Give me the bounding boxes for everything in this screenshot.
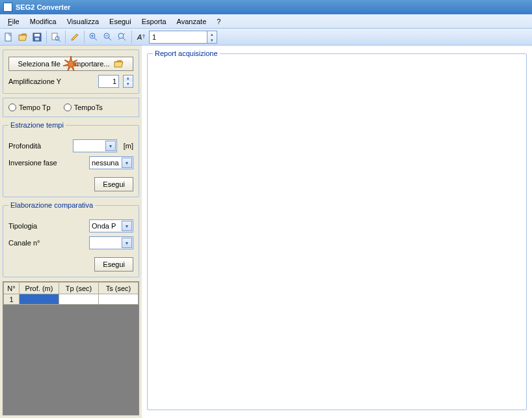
right-panel: Report acquisizione [142, 46, 532, 418]
col-prof[interactable]: Prof. (m) [20, 283, 59, 294]
tempo-radios: Tempo Tp TempoTs [3, 98, 139, 117]
tipologia-label: Tipologia [8, 222, 85, 230]
toolbar-number-input[interactable] [149, 31, 207, 44]
amplification-stepper[interactable]: ▴▾ [123, 75, 133, 88]
toolbar: A ▴▾ [0, 29, 532, 46]
left-panel: Seleziona file importare... Amplificazio… [0, 46, 142, 418]
menu-avanzate[interactable]: Avanzate [172, 16, 212, 27]
elaborazione-esegui-button[interactable]: Esegui [94, 257, 133, 272]
profondita-unit: [m] [124, 142, 133, 150]
radio-tempo-tp[interactable]: Tempo Tp [8, 104, 51, 111]
menu-bar: File Modifica Visualizza Esegui Esporta … [0, 14, 532, 29]
save-icon[interactable] [31, 31, 44, 44]
inversione-label: Inversione fase [8, 159, 85, 167]
window-title: SEG2 Converter [16, 3, 70, 11]
svg-point-8 [118, 33, 124, 38]
search-icon[interactable] [49, 31, 62, 44]
menu-esporta[interactable]: Esporta [137, 16, 172, 27]
table-row[interactable]: 1 [4, 294, 139, 305]
svg-rect-0 [5, 33, 11, 41]
window-titlebar: SEG2 Converter [0, 0, 532, 14]
menu-file[interactable]: File [3, 16, 25, 27]
amplification-label: Amplificazione Y [8, 77, 94, 85]
menu-help[interactable]: ? [211, 16, 226, 27]
profondita-combo[interactable]: ▾ [73, 139, 117, 152]
report-legend: Report acquisizione [153, 49, 220, 57]
elaborazione-legend: Elaborazione comparativa [8, 201, 95, 209]
menu-modifica[interactable]: Modifica [25, 16, 62, 27]
menu-esegui[interactable]: Esegui [104, 16, 137, 27]
file-group: Seleziona file importare... Amplificazio… [3, 49, 139, 94]
estrazione-group: Estrazione tempi Profondità ▾ [m] Invers… [3, 121, 139, 197]
col-n[interactable]: N° [4, 283, 20, 294]
menu-visualizza[interactable]: Visualizza [62, 16, 104, 27]
canale-label: Canale n° [8, 239, 85, 247]
svg-rect-2 [34, 34, 40, 36]
pencil-icon[interactable] [68, 31, 81, 44]
canale-combo[interactable]: ▾ [89, 236, 133, 249]
cell-ts[interactable] [99, 294, 139, 305]
estrazione-legend: Estrazione tempi [8, 121, 66, 129]
folder-open-icon [114, 59, 124, 68]
radio-tempo-ts[interactable]: TempoTs [64, 104, 103, 111]
col-tp[interactable]: Tp (sec) [59, 283, 99, 294]
report-group: Report acquisizione [147, 49, 527, 410]
svg-text:A: A [137, 33, 142, 41]
open-icon[interactable] [16, 31, 29, 44]
amplification-input[interactable] [98, 75, 119, 88]
zoom-fit-icon[interactable] [116, 31, 129, 44]
select-file-button[interactable]: Seleziona file importare... [8, 57, 133, 71]
inversione-combo[interactable]: nessuna▾ [89, 156, 133, 169]
app-icon [3, 3, 12, 12]
profondita-label: Profondità [8, 142, 69, 150]
select-file-label-a: Seleziona file [18, 60, 60, 68]
select-file-label-b: importare... [73, 60, 110, 68]
zoom-in-icon[interactable] [87, 31, 100, 44]
data-table-wrap: N° Prof. (m) Tp (sec) Ts (sec) 1 [3, 281, 139, 415]
row-number-cell: 1 [4, 294, 20, 305]
estrazione-esegui-button[interactable]: Esegui [94, 177, 133, 191]
cell-tp[interactable] [59, 294, 99, 305]
svg-rect-3 [35, 38, 39, 40]
cell-prof[interactable] [20, 294, 59, 305]
elaborazione-group: Elaborazione comparativa Tipologia Onda … [3, 201, 139, 277]
col-ts[interactable]: Ts (sec) [99, 283, 139, 294]
font-icon[interactable]: A [135, 31, 148, 44]
data-table[interactable]: N° Prof. (m) Tp (sec) Ts (sec) 1 [3, 282, 139, 305]
zoom-out-icon[interactable] [101, 31, 114, 44]
toolbar-number-spinner[interactable]: ▴▾ [207, 31, 217, 44]
new-icon[interactable] [2, 31, 15, 44]
tipologia-combo[interactable]: Onda P▾ [89, 219, 133, 232]
